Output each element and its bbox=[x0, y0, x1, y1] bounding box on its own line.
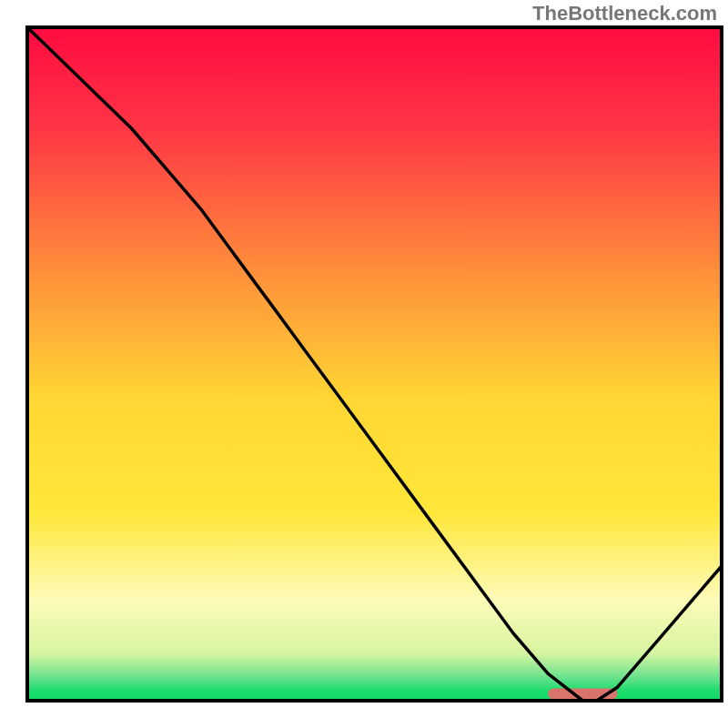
bottleneck-chart bbox=[0, 0, 728, 728]
plot-area bbox=[27, 27, 722, 701]
chart-container: TheBottleneck.com bbox=[0, 0, 728, 728]
watermark-text: TheBottleneck.com bbox=[532, 2, 717, 25]
